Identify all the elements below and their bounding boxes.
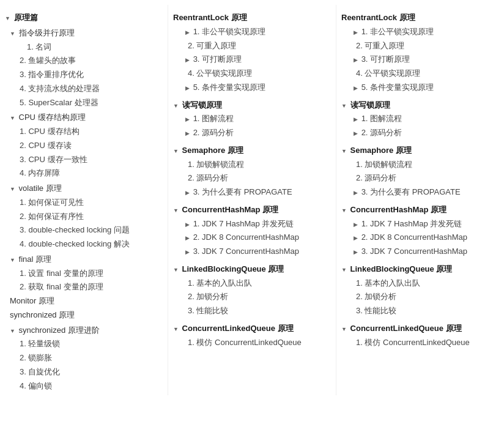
list-item[interactable]: 2. 如何保证有序性 bbox=[5, 210, 163, 224]
item-text: 1. 非公平锁实现原理 bbox=[361, 27, 434, 36]
list-item[interactable]: ▶ 1. 非公平锁实现原理 bbox=[341, 25, 499, 39]
list-item[interactable]: 4. 内存屏障 bbox=[5, 166, 163, 180]
item-text: 2. CPU 缓存读 bbox=[20, 141, 72, 150]
list-item[interactable]: 1. 名词 bbox=[5, 40, 163, 54]
list-item[interactable]: ▶ 2. 源码分析 bbox=[173, 126, 331, 140]
item-text: 1. 模仿 ConcurrentLinkedQueue bbox=[356, 338, 470, 347]
list-item[interactable]: 2. 获取 final 变量的原理 bbox=[5, 280, 163, 294]
list-item[interactable]: ▼ volatile 原理 bbox=[5, 182, 163, 196]
item-text: 指令级并行原理 bbox=[19, 28, 75, 37]
item-text: 3. 自旋优化 bbox=[20, 367, 60, 376]
list-item[interactable]: 3. 性能比较 bbox=[173, 304, 331, 318]
list-item[interactable]: 4. double-checked locking 解决 bbox=[5, 237, 163, 251]
list-item[interactable]: 3. 指令重排序优化 bbox=[5, 68, 163, 82]
list-item[interactable]: synchronized 原理 bbox=[5, 308, 163, 322]
item-text: LinkedBlockingQueue 原理 bbox=[182, 264, 284, 273]
list-item[interactable]: 2. 加锁分析 bbox=[173, 290, 331, 304]
list-item[interactable]: ▼ Semaphore 原理 bbox=[173, 144, 331, 158]
list-item[interactable]: 4. 公平锁实现原理 bbox=[341, 67, 499, 81]
item-text: 1. JDK 7 HashMap 并发死链 bbox=[193, 219, 294, 228]
list-item[interactable]: 1. 模仿 ConcurrentLinkedQueue bbox=[341, 336, 499, 350]
item-text: ReentrantLock 原理 bbox=[341, 13, 415, 22]
list-item[interactable]: 3. 性能比较 bbox=[341, 304, 499, 318]
item-text: final 原理 bbox=[19, 255, 51, 264]
list-item[interactable]: ▼ 指令级并行原理 bbox=[5, 26, 163, 40]
item-text: 3. 性能比较 bbox=[356, 306, 396, 315]
item-text: 1. CPU 缓存结构 bbox=[20, 127, 80, 136]
item-text: 2. 可重入原理 bbox=[188, 41, 236, 50]
list-item[interactable]: 2. 可重入原理 bbox=[173, 39, 331, 53]
list-item[interactable]: ▼ LinkedBlockingQueue 原理 bbox=[173, 262, 331, 277]
list-item[interactable]: ▶ 1. JDK 7 HashMap 并发死链 bbox=[341, 217, 499, 231]
list-item[interactable]: 2. 源码分析 bbox=[341, 171, 499, 185]
list-item[interactable]: ▼ ConcurrentLinkedQueue 原理 bbox=[173, 322, 331, 336]
list-item[interactable]: 4. 公平锁实现原理 bbox=[173, 67, 331, 81]
list-item[interactable]: ▶ 5. 条件变量实现原理 bbox=[341, 81, 499, 95]
item-text: 1. 非公平锁实现原理 bbox=[193, 27, 265, 36]
list-item[interactable]: ▶ 3. JDK 7 ConcurrentHashMap bbox=[173, 245, 331, 259]
list-item[interactable]: 1. 模仿 ConcurrentLinkedQueue bbox=[173, 336, 331, 350]
list-item[interactable]: ▼ synchronized 原理进阶 bbox=[5, 324, 163, 338]
list-item[interactable]: ▶ 1. 图解流程 bbox=[173, 112, 331, 126]
list-item[interactable]: ▶ 3. 为什么要有 PROPAGATE bbox=[173, 185, 331, 199]
list-item[interactable]: ▶ 1. 非公平锁实现原理 bbox=[173, 25, 331, 39]
list-item[interactable]: 1. 设置 final 变量的原理 bbox=[5, 267, 163, 281]
column-3: ReentrantLock 原理▶ 1. 非公平锁实现原理2. 可重入原理▶ 3… bbox=[336, 5, 504, 395]
list-item[interactable]: 1. 基本的入队出队 bbox=[341, 277, 499, 291]
list-item[interactable]: ▼ LinkedBlockingQueue 原理 bbox=[341, 262, 499, 277]
list-item[interactable]: ▶ 3. 可打断原理 bbox=[173, 53, 331, 67]
item-text: 4. double-checked locking 解决 bbox=[20, 239, 130, 248]
list-item[interactable]: ReentrantLock 原理 bbox=[341, 11, 499, 25]
list-item[interactable]: ▶ 3. 为什么要有 PROPAGATE bbox=[341, 185, 499, 199]
list-item[interactable]: 1. 基本的入队出队 bbox=[173, 277, 331, 291]
item-text: 2. JDK 8 ConcurrentHashMap bbox=[361, 232, 467, 242]
toc-container: ▼ 原理篇▼ 指令级并行原理1. 名词2. 鱼罐头的故事3. 指令重排序优化4.… bbox=[0, 0, 504, 400]
item-text: 4. 内存屏障 bbox=[20, 168, 60, 177]
list-item[interactable]: 4. 偏向锁 bbox=[5, 379, 163, 393]
list-item[interactable]: 1. 加锁解锁流程 bbox=[341, 158, 499, 172]
list-item[interactable]: ▼ 读写锁原理 bbox=[173, 99, 331, 113]
list-item[interactable]: 2. 加锁分析 bbox=[341, 290, 499, 304]
list-item[interactable]: ▶ 2. 源码分析 bbox=[341, 126, 499, 140]
list-item[interactable]: ▼ Semaphore 原理 bbox=[341, 144, 499, 158]
item-text: 2. 加锁分析 bbox=[356, 292, 396, 301]
list-item[interactable]: ▶ 5. 条件变量实现原理 bbox=[173, 81, 331, 95]
item-text: 1. 图解流程 bbox=[193, 114, 234, 123]
list-item[interactable]: 4. 支持流水线的处理器 bbox=[5, 82, 163, 96]
list-item[interactable]: 2. 可重入原理 bbox=[341, 39, 499, 53]
list-item[interactable]: 1. 轻量级锁 bbox=[5, 337, 163, 351]
list-item[interactable]: 2. 源码分析 bbox=[173, 171, 331, 185]
list-item[interactable]: 1. 加锁解锁流程 bbox=[173, 158, 331, 172]
item-text: 1. 加锁解锁流程 bbox=[356, 160, 412, 169]
list-item[interactable]: ReentrantLock 原理 bbox=[173, 11, 331, 25]
list-item[interactable]: 2. CPU 缓存读 bbox=[5, 139, 163, 153]
list-item[interactable]: ▼ 读写锁原理 bbox=[341, 99, 499, 113]
list-item[interactable]: 2. 锁膨胀 bbox=[5, 351, 163, 365]
list-item[interactable]: ▼ ConcurrentHashMap 原理 bbox=[341, 203, 499, 217]
list-item[interactable]: 2. 鱼罐头的故事 bbox=[5, 54, 163, 68]
list-item[interactable]: ▼ ConcurrentLinkedQueue 原理 bbox=[341, 322, 499, 336]
list-item[interactable]: ▼ 原理篇 bbox=[5, 11, 163, 25]
item-text: synchronized 原理进阶 bbox=[19, 325, 100, 335]
list-item[interactable]: ▶ 1. 图解流程 bbox=[341, 112, 499, 126]
list-item[interactable]: ▶ 2. JDK 8 ConcurrentHashMap bbox=[173, 231, 331, 245]
list-item[interactable]: ▶ 3. 可打断原理 bbox=[341, 53, 499, 67]
list-item[interactable]: ▶ 2. JDK 8 ConcurrentHashMap bbox=[341, 231, 499, 245]
item-text: 4. 公平锁实现原理 bbox=[356, 69, 420, 78]
item-text: synchronized 原理 bbox=[10, 310, 75, 319]
list-item[interactable]: 3. CPU 缓存一致性 bbox=[5, 153, 163, 167]
list-item[interactable]: 3. 自旋优化 bbox=[5, 365, 163, 379]
list-item[interactable]: ▼ CPU 缓存结构原理 bbox=[5, 111, 163, 125]
list-item[interactable]: ▼ ConcurrentHashMap 原理 bbox=[173, 203, 331, 217]
list-item[interactable]: 1. CPU 缓存结构 bbox=[5, 125, 163, 139]
list-item[interactable]: 3. double-checked locking 问题 bbox=[5, 223, 163, 237]
list-item[interactable]: ▼ final 原理 bbox=[5, 253, 163, 267]
list-item[interactable]: ▶ 1. JDK 7 HashMap 并发死链 bbox=[173, 217, 331, 231]
list-item[interactable]: 5. SuperScalar 处理器 bbox=[5, 96, 163, 110]
list-item[interactable]: Monitor 原理 bbox=[5, 294, 163, 308]
item-text: 3. 为什么要有 PROPAGATE bbox=[193, 187, 292, 196]
list-item[interactable]: 1. 如何保证可见性 bbox=[5, 196, 163, 210]
item-text: Semaphore 原理 bbox=[350, 146, 412, 155]
item-text: 1. 基本的入队出队 bbox=[188, 278, 252, 288]
list-item[interactable]: ▶ 3. JDK 7 ConcurrentHashMap bbox=[341, 245, 499, 259]
